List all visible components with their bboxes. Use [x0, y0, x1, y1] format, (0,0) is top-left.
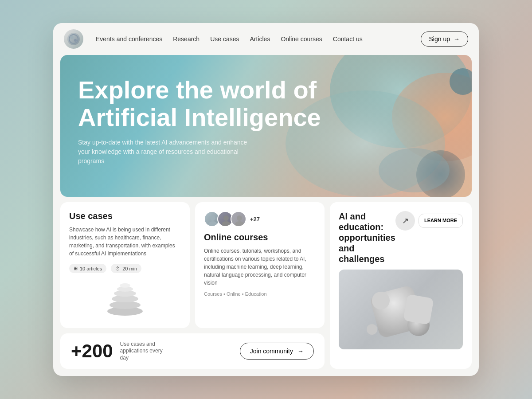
courses-header: +27	[204, 211, 316, 227]
stats-number: +200	[71, 340, 113, 362]
avatar-3	[231, 211, 246, 227]
svg-point-2	[74, 39, 77, 42]
use-cases-card: Use cases Showcase how AI is being used …	[60, 202, 190, 328]
svg-rect-25	[403, 294, 434, 325]
signup-label: Sign up	[429, 35, 450, 43]
hero-title: Explore the world of Artificial Intellig…	[78, 76, 379, 131]
ai-edu-header: AI and education: opportunities and chal…	[339, 211, 463, 264]
clock-icon: ⏱	[115, 266, 120, 271]
logo[interactable]	[64, 29, 83, 49]
avatar-count: +27	[250, 216, 260, 223]
courses-title: Online courses	[204, 232, 316, 243]
svg-point-15	[210, 215, 215, 221]
hero-section: Explore the world of Artificial Intellig…	[60, 55, 472, 197]
arrow-button[interactable]: ↗	[395, 211, 415, 231]
ai-edu-svg	[339, 272, 463, 347]
online-courses-card: +27 Online courses Online courses, tutor…	[195, 202, 325, 328]
courses-tags: Courses • Online • Education	[204, 291, 316, 297]
use-cases-image	[69, 279, 181, 319]
courses-description: Online courses, tutorials, workshops, an…	[204, 247, 316, 287]
nav-contact[interactable]: Contact us	[333, 35, 363, 43]
svg-point-19	[237, 215, 242, 221]
ai-edu-title: AI and education: opportunities and chal…	[339, 211, 395, 264]
stats-card: +200 Use cases and applications every da…	[60, 333, 325, 369]
nav-links: Events and conferences Research Use case…	[96, 35, 408, 43]
articles-label: 10 articles	[80, 266, 102, 271]
use-cases-tags: ⊞ 10 articles ⏱ 20 min	[69, 264, 181, 273]
use-cases-title: Use cases	[69, 211, 181, 221]
use-cases-description: Showcase how AI is being used in differe…	[69, 226, 181, 258]
ai-education-card: AI and education: opportunities and chal…	[330, 202, 472, 369]
join-community-button[interactable]: Join community →	[240, 343, 314, 360]
ai-education-image	[339, 270, 463, 349]
nav-research[interactable]: Research	[173, 35, 200, 43]
articles-icon: ⊞	[74, 266, 78, 271]
learn-more-area: ↗ LEARN MORE	[395, 211, 463, 231]
svg-point-18	[222, 221, 231, 227]
svg-point-16	[208, 221, 217, 227]
nav-articles[interactable]: Articles	[250, 35, 270, 43]
learn-more-button[interactable]: LEARN MORE	[419, 214, 463, 227]
join-label: Join community	[250, 348, 293, 355]
svg-point-24	[367, 324, 377, 335]
navbar: Events and conferences Research Use case…	[53, 23, 479, 55]
svg-point-20	[235, 221, 244, 227]
svg-point-8	[379, 148, 450, 192]
nav-use-cases[interactable]: Use cases	[210, 35, 239, 43]
svg-point-0	[69, 35, 78, 43]
time-tag: ⏱ 20 min	[111, 264, 141, 273]
stats-description: Use cases and applications every day	[120, 341, 169, 362]
signup-button[interactable]: Sign up →	[421, 31, 468, 47]
nav-online-courses[interactable]: Online courses	[281, 35, 322, 43]
arrow-icon: ↗	[402, 216, 409, 226]
hero-subtitle: Stay up-to-date with the latest AI advan…	[78, 138, 255, 166]
arrow-icon: →	[454, 35, 460, 43]
time-label: 20 min	[122, 266, 137, 271]
svg-point-23	[372, 292, 390, 309]
svg-point-17	[223, 215, 229, 221]
articles-tag: ⊞ 10 articles	[69, 264, 106, 273]
nav-events[interactable]: Events and conferences	[96, 35, 162, 43]
svg-point-14	[120, 283, 130, 288]
spiral-svg	[103, 279, 147, 319]
join-arrow-icon: →	[297, 348, 304, 355]
svg-point-1	[70, 35, 74, 39]
